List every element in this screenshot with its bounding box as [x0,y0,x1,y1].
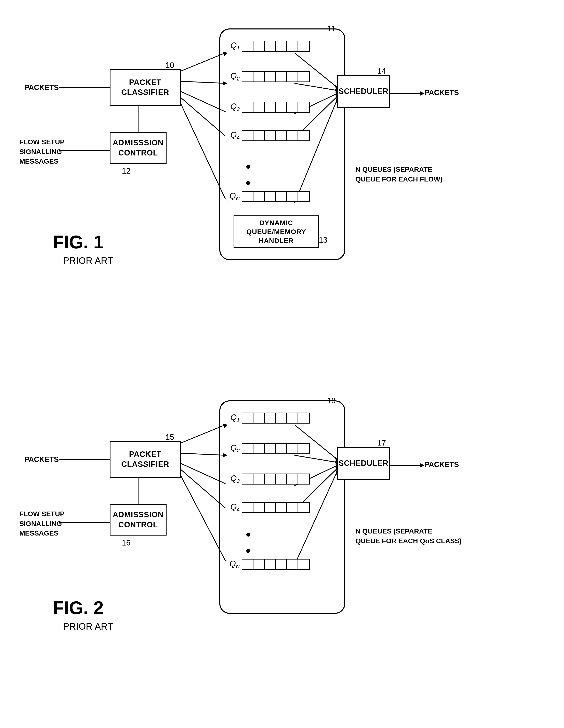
svg-marker-55 [420,463,424,467]
fig1-packets-in-label: PACKETS [24,83,59,92]
fig1-scheduler-box: SCHEDULER [337,75,390,108]
fig2-q1: Q1 [228,413,310,427]
fig1-ref-13: 13 [319,236,327,244]
svg-line-6 [181,53,226,71]
svg-line-42 [181,476,226,561]
page-container: PACKET CLASSIFIER 10 ADMISSSION CONTROL … [0,0,564,728]
fig1-ref-11: 11 [327,24,335,33]
fig1-q2: Q2 [228,71,310,86]
fig1-admission-control-box: ADMISSSION CONTROL [110,132,167,164]
fig1-qn: QN [228,191,310,206]
fig2-admission-control-box: ADMISSSION CONTROL [110,504,167,536]
svg-line-8 [181,81,226,83]
fig2-label: FIG. 2 [53,598,104,618]
fig1-prior-art: PRIOR ART [63,255,113,266]
fig2-dots2: • [246,543,252,559]
fig2-q2: Q2 [228,443,310,458]
svg-line-40 [181,469,226,508]
fig2-ref-15: 15 [166,433,174,442]
svg-line-14 [181,104,226,199]
svg-line-12 [181,98,226,136]
fig1-packets-out-label: PACKETS [424,88,459,97]
fig1-ref-12: 12 [122,167,130,175]
svg-marker-27 [420,91,424,96]
fig2-packet-classifier-box: PACKET CLASSIFIER [110,441,181,478]
fig1-dots: • [246,159,253,175]
fig1-q4: Q4 [228,130,310,145]
fig2-ref-18: 18 [327,396,335,405]
fig2-n-queues-label: N QUEUES (SEPARATE QUEUE FOR EACH QoS CL… [355,526,462,546]
fig2-packets-out-label: PACKETS [424,460,459,469]
svg-line-34 [181,425,226,443]
fig2-q4: Q4 [228,502,310,517]
fig1-dots2: • [246,175,253,191]
svg-line-10 [181,91,226,112]
fig1-packet-classifier-box: PACKET CLASSIFIER [110,69,181,106]
fig1-ref-14: 14 [377,67,386,75]
fig1-q3: Q3 [228,102,310,116]
fig1-label: FIG. 1 [53,232,104,253]
fig2-dots: • [246,526,252,543]
fig2-scheduler-box: SCHEDULER [337,447,390,480]
fig1-q1: Q1 [228,41,310,55]
fig2-q3: Q3 [228,474,310,488]
figure-2-section: PACKET CLASSIFIER 15 ADMISSSION CONTROL … [12,384,552,719]
fig2-ref-16: 16 [122,539,130,547]
fig1-n-queues-label: N QUEUES (SEPARATE QUEUE FOR EACH FLOW) [355,165,442,184]
fig2-prior-art: PRIOR ART [63,621,113,632]
svg-line-38 [181,463,226,484]
fig2-qn: QN [228,559,310,574]
fig2-ref-17: 17 [377,439,386,447]
svg-line-36 [181,453,226,455]
fig1-dynamic-handler-box: DYNAMIC QUEUE/MEMORY HANDLER [234,215,319,248]
fig1-flow-setup-label: FLOW SETUP SIGNALLING MESSAGES [19,137,65,166]
fig2-packets-in-label: PACKETS [24,455,59,464]
figure-1-section: PACKET CLASSIFIER 10 ADMISSSION CONTROL … [12,12,552,348]
fig1-ref-10: 10 [166,61,174,70]
fig2-flow-setup-label: FLOW SETUP SIGNALLING MESSAGES [19,509,65,538]
